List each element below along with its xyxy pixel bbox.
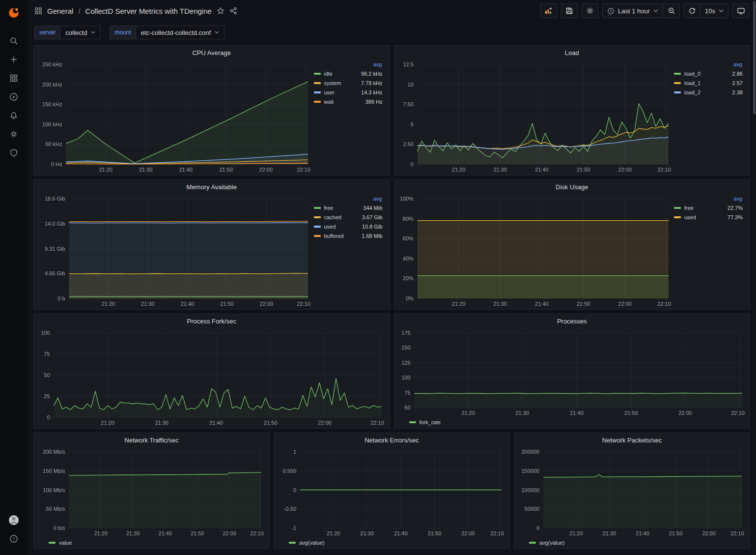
panel-title-network-errors[interactable]: Network Errors/sec (274, 433, 509, 447)
svg-text:22:10: 22:10 (297, 167, 310, 173)
legend-series-name[interactable]: load_0 (684, 71, 729, 77)
user-avatar[interactable] (5, 511, 23, 529)
process-fork-chart[interactable]: 100755025021:2021:3021:4021:5022:0022:10 (38, 328, 386, 427)
legend-series-value: 3.67 Gib (359, 214, 383, 220)
svg-text:75: 75 (404, 390, 410, 396)
svg-text:22:00: 22:00 (618, 301, 632, 307)
svg-text:100 kHz: 100 kHz (42, 121, 62, 127)
svg-text:21:30: 21:30 (126, 530, 140, 536)
variable-server-dropdown[interactable]: collectd (60, 26, 101, 39)
legend-series-name[interactable]: free (684, 205, 725, 211)
panel-row-2: Memory Available 18.6 Gib14.0 Gib9.31 Gi… (33, 179, 750, 310)
legend-series-value: 14.3 kHz (358, 89, 382, 95)
legend-series-name[interactable]: system (324, 80, 359, 86)
dashboards-icon[interactable] (5, 69, 23, 87)
panel-title-processes[interactable]: Processes (394, 314, 750, 328)
legend-item: system7.79 kHz (314, 78, 383, 88)
legend-series-name[interactable]: free (324, 205, 361, 211)
legend-series-value: 96.2 kHz (358, 71, 382, 77)
variable-server-label: server (34, 26, 60, 39)
dashboard-grid-icon[interactable] (34, 7, 42, 15)
svg-text:0: 0 (536, 525, 539, 531)
legend-series-name[interactable]: used (324, 224, 359, 230)
memory-available-chart[interactable]: 18.6 Gib14.0 Gib9.31 Gib4.66 Gib0 b21:20… (38, 194, 312, 308)
legend-item[interactable]: avg(value) (289, 540, 324, 546)
svg-text:10: 10 (407, 82, 413, 88)
legend-series-name[interactable]: load_1 (684, 80, 729, 86)
breadcrumb-folder[interactable]: General (47, 7, 73, 15)
time-range-picker[interactable]: Last 1 hour (602, 3, 663, 18)
cycle-view-mode-button[interactable] (732, 3, 749, 18)
clock-icon (607, 7, 615, 15)
legend-avg-header[interactable]: avg (674, 196, 743, 202)
cpu-average-chart[interactable]: 250 kHz200 kHz150 kHz100 kHz50 kHz0 Hz21… (38, 59, 312, 174)
server-admin-shield-icon[interactable] (5, 144, 23, 162)
panel-title-disk-usage[interactable]: Disk Usage (394, 180, 750, 194)
dashboard-settings-button[interactable] (582, 3, 598, 18)
panel-title-load[interactable]: Load (394, 46, 750, 59)
alerting-bell-icon[interactable] (5, 107, 23, 124)
configuration-gear-icon[interactable] (5, 125, 23, 143)
variable-server: server collectd (34, 26, 101, 39)
svg-text:21:20: 21:20 (99, 167, 112, 173)
legend-series-name[interactable]: cached (324, 214, 359, 220)
network-traffic-chart[interactable]: 200 Mb/s150 Mb/s100 Mb/s50 Mb/s0 b/s21:2… (38, 447, 265, 538)
svg-text:21:30: 21:30 (493, 167, 507, 173)
legend-item[interactable]: avg(value) (529, 540, 564, 546)
panel-memory-available: Memory Available 18.6 Gib14.0 Gib9.31 Gi… (33, 179, 390, 310)
scrollbar[interactable] (753, 0, 756, 555)
save-dashboard-button[interactable] (561, 3, 578, 18)
star-icon[interactable] (217, 7, 224, 15)
legend-item[interactable]: value (49, 540, 72, 546)
svg-text:150 Mb/s: 150 Mb/s (43, 468, 65, 474)
legend-avg-header[interactable]: avg (314, 61, 383, 67)
help-icon[interactable]: ? (5, 530, 23, 548)
svg-text:125: 125 (401, 360, 410, 366)
panel-title-cpu-average[interactable]: CPU Average (34, 46, 390, 59)
svg-text:22:10: 22:10 (490, 530, 504, 536)
legend-series-name[interactable]: buffered (324, 233, 359, 239)
refresh-interval-dropdown[interactable]: 10s (700, 3, 728, 18)
svg-text:80%: 80% (402, 216, 413, 222)
variable-mount-dropdown[interactable]: etc-collectd-collectd.conf (136, 26, 224, 39)
share-icon[interactable] (229, 7, 237, 15)
network-packets-chart[interactable]: 20000015000010000050000021:2021:3021:402… (518, 447, 746, 538)
disk-usage-chart[interactable]: 100%80%60%40%20%0%21:2021:3021:4021:5022… (398, 194, 672, 308)
panel-title-network-traffic[interactable]: Network Traffic/sec (34, 433, 269, 447)
svg-text:0: 0 (410, 161, 413, 167)
legend-series-name[interactable]: user (324, 89, 359, 95)
network-errors-chart[interactable]: 10.5000-0.50-121:2021:3021:4021:5022:002… (278, 447, 505, 538)
legend-series-name[interactable]: idle (324, 71, 359, 77)
legend-series-name[interactable]: used (684, 214, 725, 220)
explore-compass-icon[interactable] (5, 88, 23, 106)
legend-swatch (409, 421, 416, 423)
panel-title-memory-available[interactable]: Memory Available (34, 180, 390, 194)
main-area: General / CollectD Server Metrics with T… (28, 0, 756, 555)
svg-text:21:40: 21:40 (636, 530, 649, 536)
grafana-logo-icon[interactable] (7, 6, 20, 19)
zoom-out-button[interactable] (663, 3, 680, 18)
svg-text:22:00: 22:00 (318, 420, 332, 426)
legend-swatch (314, 91, 321, 93)
legend-item[interactable]: fork_rate (409, 419, 441, 425)
refresh-icon[interactable] (684, 3, 700, 18)
legend-avg-header[interactable]: avg (674, 61, 743, 67)
svg-text:21:40: 21:40 (181, 301, 195, 307)
legend-swatch (674, 73, 681, 75)
dashboard-title[interactable]: CollectD Server Metrics with TDengine (85, 7, 212, 15)
svg-text:21:50: 21:50 (576, 301, 590, 307)
add-panel-button[interactable] (540, 3, 557, 18)
svg-text:100: 100 (401, 375, 410, 380)
variable-mount-label: mount (110, 26, 135, 39)
panel-title-process-fork[interactable]: Process Fork/sec (34, 314, 390, 328)
scrollbar-thumb[interactable] (753, 1, 756, 114)
legend-series-name[interactable]: load_2 (684, 89, 729, 95)
processes-chart[interactable]: 175150125100755021:2021:3021:4021:5022:0… (398, 328, 746, 417)
panel-title-network-packets[interactable]: Network Packets/sec (514, 433, 750, 447)
legend-item: user14.3 kHz (314, 88, 383, 97)
create-icon[interactable] (5, 51, 23, 68)
load-chart[interactable]: 12.5107.5052.50021:2021:3021:4021:5022:0… (398, 59, 672, 174)
search-icon[interactable] (5, 32, 23, 50)
legend-avg-header[interactable]: avg (314, 196, 383, 202)
legend-series-name[interactable]: wait (324, 99, 363, 105)
